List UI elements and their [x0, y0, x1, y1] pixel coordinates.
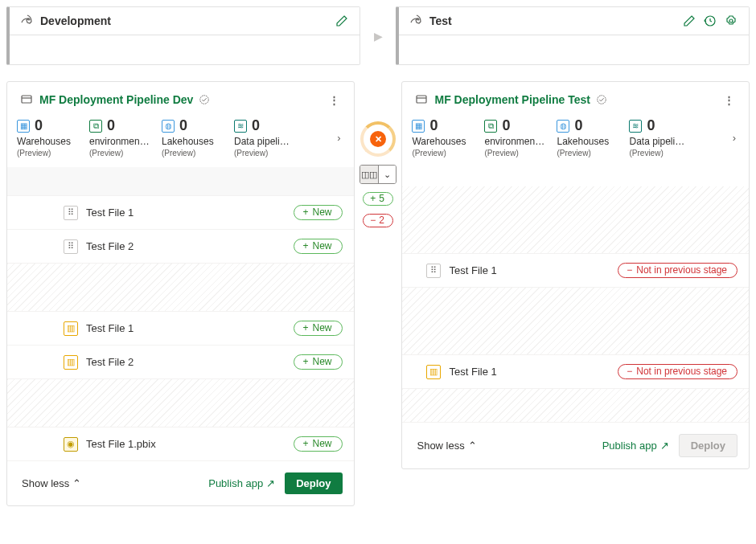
external-link-icon: ↗: [660, 440, 669, 452]
metrics-row: ▦0 Warehouses (Preview) ⧉0 environmen… (…: [7, 112, 354, 167]
metric-environments[interactable]: ⧉0 environmen… (Preview): [484, 117, 557, 157]
plus-icon: +: [302, 356, 308, 367]
rocket-icon: [19, 13, 35, 29]
publish-app-link[interactable]: Publish app↗: [602, 440, 669, 452]
plus-icon: +: [370, 193, 376, 204]
metrics-row: ▦0 Warehouses (Preview) ⧉0 environmen… (…: [402, 112, 749, 167]
item-row[interactable]: ⠿ Test File 2 +New: [7, 230, 354, 264]
sync-status-icon[interactable]: ✕: [360, 121, 396, 157]
chevron-up-icon: ⌃: [72, 477, 81, 489]
lakehouse-icon: ◍: [557, 120, 569, 133]
scroll-right-icon[interactable]: ›: [334, 129, 343, 147]
warehouse-icon: ▦: [412, 120, 425, 133]
app-icon: ⠿: [64, 206, 78, 220]
empty-slot-hatched: [7, 264, 354, 312]
empty-slot-hatched: [402, 389, 749, 423]
workspace-panel-dev: MF Deployment Pipeline Dev ⋮ ▦0 Warehous…: [6, 81, 355, 506]
svg-point-3: [729, 19, 733, 22]
history-icon[interactable]: [702, 13, 718, 29]
spacer: [7, 167, 354, 196]
svg-point-1: [417, 18, 419, 20]
environment-icon: ⧉: [484, 120, 497, 133]
report-icon: ▥: [64, 321, 78, 336]
not-in-previous-badge[interactable]: −Not in previous stage: [618, 263, 738, 278]
stage-title-development: Development: [40, 14, 111, 27]
new-badge[interactable]: +New: [294, 239, 342, 254]
metric-pipelines[interactable]: ≋0 Data pipeli… (Preview): [234, 117, 306, 157]
environment-icon: ⧉: [89, 120, 102, 133]
premium-icon: [196, 92, 212, 108]
app-icon: ⠿: [64, 239, 78, 254]
empty-slot-hatched: [402, 186, 749, 254]
new-badge[interactable]: +New: [294, 205, 342, 220]
lakehouse-icon: ◍: [162, 120, 175, 133]
item-row[interactable]: ◉ Test File 1.pbix +New: [7, 427, 354, 461]
new-badge[interactable]: +New: [294, 321, 342, 336]
metric-lakehouses[interactable]: ◍0 Lakehouses (Preview): [162, 117, 234, 157]
edit-icon[interactable]: [334, 13, 350, 29]
item-row[interactable]: ▥ Test File 2 +New: [7, 346, 354, 379]
compare-column: ✕ ◫◫ ⌄ +5 −2: [355, 81, 402, 227]
compare-view-toggle[interactable]: ◫◫ ⌄: [360, 165, 396, 184]
plus-icon: +: [302, 207, 308, 218]
not-in-previous-badge[interactable]: −Not in previous stage: [618, 364, 738, 379]
empty-slot-hatched: [402, 288, 749, 355]
stage-arrow-icon: ▶: [370, 30, 386, 43]
workspace-title: MF Deployment Pipeline Test: [434, 93, 590, 106]
empty-slot-hatched: [7, 379, 354, 427]
stage-header-test: Test: [396, 6, 750, 65]
edit-icon[interactable]: [681, 13, 697, 29]
stage-header-development: Development: [6, 6, 360, 65]
workspace-panel-test: MF Deployment Pipeline Test ⋮ ▦0 Warehou…: [401, 81, 750, 469]
metric-warehouses[interactable]: ▦0 Warehouses (Preview): [412, 117, 484, 157]
metric-environments[interactable]: ⧉0 environmen… (Preview): [89, 117, 162, 157]
plus-icon: +: [302, 322, 308, 333]
workspace-row: MF Deployment Pipeline Dev ⋮ ▦0 Warehous…: [6, 81, 750, 506]
publish-app-link[interactable]: Publish app↗: [208, 477, 275, 489]
workspace-icon: [413, 92, 429, 108]
deploy-button: Deploy: [679, 434, 738, 457]
plus-icon: +: [302, 240, 308, 252]
app-icon: ⠿: [426, 264, 441, 278]
svg-rect-6: [417, 96, 426, 103]
svg-point-0: [28, 18, 30, 20]
workspace-icon: [18, 92, 35, 108]
item-row[interactable]: ⠿ Test File 1 −Not in previous stage: [402, 254, 749, 288]
minus-icon: −: [627, 366, 632, 377]
metric-pipelines[interactable]: ≋0 Data pipeli… (Preview): [629, 117, 701, 157]
pipeline-icon: ≋: [234, 120, 247, 133]
show-less-toggle[interactable]: Show less⌃: [22, 477, 81, 489]
chevron-down-icon[interactable]: ⌄: [378, 166, 396, 183]
minus-icon: −: [627, 264, 632, 276]
semantic-model-icon: ◉: [64, 437, 78, 452]
stage-header-row: Development ▶ Test: [6, 6, 750, 65]
svg-point-5: [200, 96, 209, 104]
removed-count-pill[interactable]: −2: [363, 214, 393, 227]
new-badge[interactable]: +New: [294, 436, 342, 452]
more-options-icon[interactable]: ⋮: [721, 94, 738, 106]
minus-icon: −: [370, 215, 376, 226]
item-row[interactable]: ▥ Test File 1 +New: [7, 312, 354, 346]
report-icon: ▥: [426, 365, 441, 379]
warehouse-icon: ▦: [17, 120, 30, 133]
metric-lakehouses[interactable]: ◍0 Lakehouses (Preview): [557, 117, 629, 157]
more-options-icon[interactable]: ⋮: [326, 94, 343, 106]
compare-side-by-side-icon[interactable]: ◫◫: [360, 166, 378, 183]
metric-warehouses[interactable]: ▦0 Warehouses (Preview): [17, 117, 89, 157]
report-icon: ▥: [64, 355, 78, 370]
item-row[interactable]: ▥ Test File 1 −Not in previous stage: [402, 355, 749, 389]
premium-icon: [594, 92, 610, 108]
scroll-right-icon[interactable]: ›: [729, 129, 739, 147]
item-row[interactable]: ⠿ Test File 1 +New: [7, 196, 354, 230]
svg-point-7: [598, 96, 606, 104]
settings-gear-icon[interactable]: [723, 13, 739, 29]
deploy-button[interactable]: Deploy: [285, 472, 342, 494]
svg-rect-4: [22, 96, 31, 103]
show-less-toggle[interactable]: Show less⌃: [417, 440, 476, 452]
rocket-icon: [409, 13, 425, 29]
pipeline-icon: ≋: [629, 120, 642, 133]
new-badge[interactable]: +New: [294, 354, 342, 370]
external-link-icon: ↗: [266, 477, 275, 489]
added-count-pill[interactable]: +5: [363, 192, 393, 206]
plus-icon: +: [302, 438, 308, 449]
